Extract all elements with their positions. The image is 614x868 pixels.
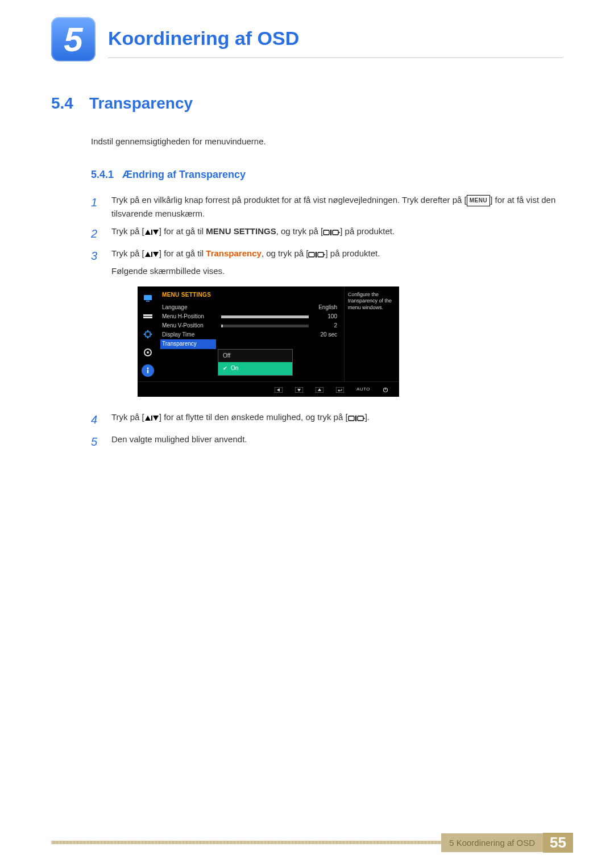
osd-row-dtime: Display Time 20 sec [162, 331, 339, 340]
svg-marker-35 [145, 416, 151, 421]
svg-rect-4 [333, 230, 338, 235]
chapter-title-wrap: Koordinering af OSD [108, 20, 563, 58]
label: Menu H-Position [162, 312, 218, 322]
osd-row-vpos: Menu V-Position 2 [162, 322, 339, 331]
page-footer: 5 Koordinering af OSD 55 [51, 833, 573, 852]
svg-marker-1 [153, 230, 159, 235]
position-icon [142, 328, 154, 340]
value: 2 [316, 321, 339, 331]
up-icon [316, 387, 323, 392]
osd-row-transparency: Transparency [162, 340, 339, 349]
label: Menu V-Position [162, 321, 218, 331]
transparency-label: Transparency [206, 248, 262, 258]
enter-source-icon [348, 411, 365, 425]
svg-marker-0 [145, 230, 151, 235]
svg-marker-32 [338, 389, 339, 392]
text: ] på produktet. [325, 248, 380, 258]
footer-text: 5 Koordinering af OSD [441, 833, 543, 852]
text: Tryk på en vilkårlig knap forrest på pro… [111, 195, 467, 205]
page-number: 55 [543, 833, 573, 853]
step-2: 2 Tryk på [] for at gå til MENU SETTINGS… [91, 225, 563, 243]
osd-dropdown: Off On [218, 349, 293, 376]
left-icon [275, 387, 283, 392]
up-down-icon [144, 247, 159, 261]
chapter-title: Koordinering af OSD [108, 20, 563, 49]
step-3: 3 Tryk på [] for at gå til Transparency,… [91, 247, 563, 407]
enter-icon [336, 387, 344, 392]
osd-body: MENU SETTINGS Language English Menu H-Po… [157, 287, 344, 381]
text: Tryk på [ [111, 412, 144, 422]
svg-rect-14 [143, 314, 152, 316]
menu-settings-label: MENU SETTINGS [206, 226, 276, 236]
step-1: 1 Tryk på en vilkårlig knap forrest på p… [91, 193, 563, 222]
info-icon [142, 364, 154, 377]
osd-screenshot: MENU SETTINGS Language English Menu H-Po… [138, 286, 563, 397]
svg-rect-40 [355, 416, 356, 421]
svg-marker-18 [147, 337, 149, 339]
subsection-title: Ændring af Transparency [122, 169, 246, 180]
step-number: 3 [91, 247, 101, 407]
svg-marker-6 [145, 252, 151, 257]
text: ] på produktet. [340, 226, 395, 236]
step-body: Tryk på [] for at flytte til den ønskede… [111, 410, 563, 429]
chapter-header: 5 Koordinering af OSD [51, 17, 563, 61]
osd-sidebar [138, 287, 157, 381]
step-body: Tryk på [] for at gå til Transparency, o… [111, 247, 563, 407]
label: Language [162, 303, 218, 313]
brightness-icon [142, 292, 154, 304]
osd-footer: AUTO [138, 381, 399, 396]
steps-list: 1 Tryk på en vilkårlig knap forrest på p… [91, 193, 563, 452]
svg-rect-11 [316, 252, 317, 258]
menu-button-icon: MENU [467, 195, 490, 207]
step-body: Den valgte mulighed bliver anvendt. [111, 433, 563, 451]
step-number: 1 [91, 193, 101, 222]
slider [221, 325, 309, 327]
subsection-number: 5.4.1 [91, 169, 114, 180]
svg-point-22 [147, 351, 149, 354]
svg-rect-24 [147, 370, 148, 373]
svg-marker-19 [143, 333, 145, 335]
footer-bar-decoration [51, 841, 441, 844]
step-number: 4 [91, 410, 101, 429]
text: ] for at gå til [159, 248, 206, 258]
svg-marker-17 [147, 330, 149, 331]
auto-label: AUTO [356, 385, 370, 393]
svg-rect-39 [358, 416, 363, 421]
down-icon [295, 387, 303, 392]
text: , og tryk på [ [276, 226, 323, 236]
slider [221, 315, 309, 318]
enter-source-icon [323, 225, 340, 239]
svg-marker-7 [153, 252, 159, 257]
svg-point-23 [147, 368, 149, 369]
svg-rect-37 [151, 416, 152, 421]
step-body: Tryk på en vilkårlig knap forrest på pro… [111, 193, 563, 222]
svg-marker-36 [153, 416, 159, 421]
text: , og tryk på [ [262, 248, 309, 258]
svg-rect-16 [146, 332, 150, 337]
step-5: 5 Den valgte mulighed bliver anvendt. [91, 433, 563, 451]
svg-rect-3 [323, 230, 329, 235]
svg-marker-20 [151, 333, 152, 335]
osd-title: MENU SETTINGS [162, 290, 339, 300]
chapter-number-badge: 5 [51, 17, 96, 61]
option-on: On [218, 362, 292, 375]
step-number: 2 [91, 225, 101, 243]
section-title: Transparency [89, 94, 193, 113]
osd-row-language: Language English [162, 304, 339, 313]
subsection-heading: 5.4.1 Ændring af Transparency [91, 169, 563, 181]
up-down-icon [144, 225, 159, 239]
svg-rect-5 [330, 230, 331, 235]
enter-source-icon [308, 247, 325, 261]
label: Transparency [160, 339, 216, 349]
text: Tryk på [ [111, 226, 144, 236]
svg-marker-30 [318, 388, 321, 391]
svg-rect-15 [143, 317, 152, 318]
osd-help-text: Configure the transparency of the menu w… [344, 287, 399, 381]
svg-rect-10 [318, 252, 323, 257]
up-down-icon [144, 411, 159, 425]
power-icon [383, 387, 391, 392]
svg-rect-9 [309, 252, 314, 257]
svg-rect-8 [151, 252, 152, 257]
section-intro: Indstil gennemsigtigheden for menuvindue… [91, 135, 563, 148]
value: English [316, 303, 339, 313]
